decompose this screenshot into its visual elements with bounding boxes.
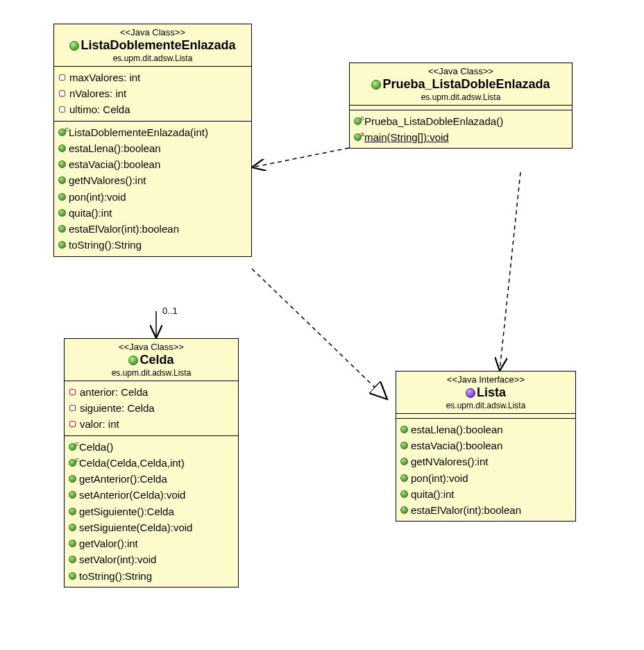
- method-text: toString():String: [79, 568, 152, 584]
- class-name: ListaDoblementeEnlazada: [80, 39, 235, 53]
- class-icon: [69, 41, 79, 51]
- uml-field: siguiente: Celda: [69, 400, 234, 416]
- interface-box-lista: <<Java Interface>> Lista es.upm.dit.adsw…: [396, 371, 576, 522]
- fields-section: anterior: Celdasiguiente: Celdavalor: in…: [65, 381, 238, 436]
- class-box-prueba_lista_doble_enlazada: <<Java Class>> Prueba_ListaDobleEnlazada…: [349, 62, 573, 149]
- uml-method: CListaDoblementeEnlazada(int): [58, 124, 247, 140]
- method-text: quita():int: [411, 486, 455, 502]
- stereotype-label: <<Java Class>>: [58, 27, 247, 38]
- method-text: ListaDoblementeEnlazada(int): [69, 124, 208, 140]
- fields-section-empty: [350, 106, 572, 110]
- class-header: <<Java Class>> Prueba_ListaDobleEnlazada…: [350, 63, 572, 106]
- method-text: estaElValor(int):boolean: [411, 502, 521, 518]
- method-icon: [400, 442, 408, 449]
- edge-prueba-to-lista: [500, 172, 520, 371]
- uml-method: setAnterior(Celda):void: [69, 487, 234, 503]
- field-text: valor: int: [80, 416, 119, 432]
- method-text: estaLlena():boolean: [411, 422, 503, 438]
- uml-method: Smain(String[]):void: [354, 129, 568, 145]
- method-text: toString():String: [69, 237, 142, 253]
- field-icon: [69, 405, 76, 411]
- stereotype-label: <<Java Class>>: [354, 66, 568, 76]
- field-icon: [59, 106, 65, 112]
- field-text: anterior: Celda: [80, 384, 148, 400]
- method-icon: [69, 491, 76, 499]
- method-icon: C: [69, 443, 76, 451]
- uml-field: valor: int: [69, 416, 234, 432]
- method-text: estaElValor(int):boolean: [69, 221, 179, 237]
- method-text: setAnterior(Celda):void: [79, 487, 185, 503]
- edge-prueba-to-lde: [252, 148, 349, 167]
- multiplicity-lde-celda: 0..1: [162, 306, 178, 316]
- uml-field: maxValores: int: [58, 69, 247, 85]
- uml-method: estaElValor(int):boolean: [58, 221, 247, 237]
- uml-method: CCelda(Celda,Celda,int): [69, 455, 234, 471]
- package-label: es.upm.dit.adsw.Lista: [69, 368, 234, 378]
- method-text: pon(int):void: [411, 470, 468, 486]
- stereotype-label: <<Java Class>>: [69, 342, 234, 352]
- method-text: getValor():int: [79, 535, 138, 551]
- method-icon: [58, 225, 66, 233]
- stereotype-label: <<Java Interface>>: [400, 374, 571, 385]
- field-icon: [69, 389, 76, 395]
- uml-method: toString():String: [58, 237, 247, 253]
- method-text: estaLlena():boolean: [69, 140, 161, 156]
- method-icon: C: [69, 459, 76, 467]
- uml-method: estaVacia():boolean: [58, 156, 247, 172]
- uml-method: toString():String: [69, 568, 234, 584]
- method-text: getAnterior():Celda: [79, 471, 167, 487]
- uml-field: anterior: Celda: [69, 384, 234, 400]
- method-icon: [69, 475, 76, 483]
- uml-method: getAnterior():Celda: [69, 471, 234, 487]
- uml-method: quita():int: [58, 205, 247, 221]
- method-text: quita():int: [69, 205, 112, 221]
- class-icon: [128, 356, 138, 365]
- uml-field: ultimo: Celda: [58, 101, 247, 117]
- field-icon: [69, 421, 76, 427]
- method-text: Prueba_ListaDobleEnlazada(): [364, 113, 503, 129]
- field-text: siguiente: Celda: [80, 400, 155, 416]
- package-label: es.upm.dit.adsw.Lista: [400, 401, 571, 410]
- method-icon: [400, 474, 408, 482]
- method-icon: [69, 540, 76, 547]
- method-icon: [400, 426, 408, 433]
- method-text: setValor(int):void: [79, 551, 156, 567]
- uml-method: pon(int):void: [58, 189, 247, 205]
- package-label: es.upm.dit.adsw.Lista: [58, 53, 247, 63]
- method-text: getSiguiente():Celda: [79, 503, 174, 519]
- uml-method: CPrueba_ListaDobleEnlazada(): [354, 113, 568, 129]
- static-badge: S: [361, 131, 364, 139]
- method-icon: [400, 458, 408, 465]
- class-header: <<Java Interface>> Lista es.upm.dit.adsw…: [396, 372, 575, 414]
- uml-method: estaLlena():boolean: [58, 140, 247, 156]
- method-icon: C: [58, 128, 66, 136]
- interface-icon: [466, 388, 475, 398]
- method-icon: [58, 144, 66, 152]
- class-header: <<Java Class>> Celda es.upm.dit.adsw.Lis…: [65, 339, 238, 381]
- field-text: ultimo: Celda: [69, 101, 130, 117]
- method-icon: [58, 193, 66, 201]
- field-icon: [59, 74, 65, 81]
- method-text: getNValores():int: [69, 172, 146, 188]
- edge-lde-realizes-lista: [252, 269, 387, 399]
- method-text: setSiguiente(Celda):void: [79, 519, 192, 535]
- method-icon: [58, 209, 66, 217]
- uml-method: getNValores():int: [58, 172, 247, 188]
- uml-field: nValores: int: [58, 85, 247, 101]
- fields-section-empty: [396, 414, 575, 419]
- constructor-badge: C: [360, 115, 364, 123]
- field-text: nValores: int: [69, 85, 126, 101]
- field-text: maxValores: int: [69, 69, 140, 85]
- class-icon: [371, 80, 381, 90]
- uml-method: quita():int: [400, 486, 571, 502]
- methods-section: CListaDoblementeEnlazada(int)estaLlena()…: [54, 122, 251, 256]
- uml-diagram-canvas: 0..1 <<Java Class>> ListaDoblementeEnlaz…: [0, 0, 644, 650]
- method-icon: S: [354, 133, 362, 141]
- constructor-badge: C: [75, 440, 79, 449]
- methods-section: CCelda()CCelda(Celda,Celda,int)getAnteri…: [65, 436, 238, 587]
- method-icon: [69, 572, 76, 580]
- uml-method: estaVacia():boolean: [400, 438, 571, 453]
- fields-section: maxValores: intnValores: intultimo: Celd…: [54, 67, 251, 122]
- class-name: Prueba_ListaDobleEnlazada: [382, 78, 550, 92]
- uml-method: getSiguiente():Celda: [69, 503, 234, 519]
